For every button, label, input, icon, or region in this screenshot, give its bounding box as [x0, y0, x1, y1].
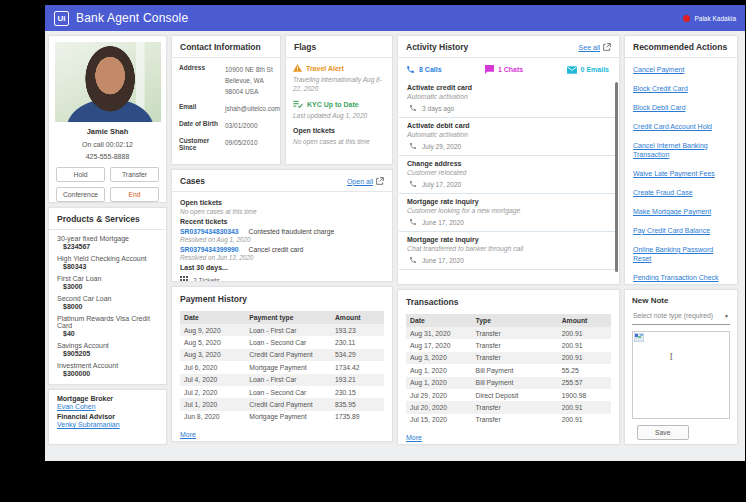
product-value: $3000 [57, 283, 158, 290]
table-row[interactable]: Jun 8, 2020Mortgage Payment1735.89 [180, 411, 384, 423]
external-link-icon[interactable] [376, 177, 384, 185]
action-online-banking-password-reset[interactable]: Online Banking Password Reset [633, 245, 729, 264]
action-cancel-payment[interactable]: Cancel Payment [633, 65, 729, 74]
ticket-id-link[interactable]: SR0379434830343 [180, 228, 239, 235]
col-header: Date [406, 317, 472, 324]
action-pay-credit-card-balance[interactable]: Pay Credit Card Balance [633, 226, 729, 235]
activity-item[interactable]: Mortgage rate inquiry Customer looking f… [399, 194, 618, 232]
call-controls: Hold Transfer Conference End [49, 160, 166, 202]
tickets-grid-icon [180, 276, 188, 282]
table-row[interactable]: Jul 15, 2020Transfer200.91 [406, 414, 611, 426]
table-row[interactable]: Aug 3, 2020Credit Card Payment534.29 [180, 349, 384, 361]
open-all-link[interactable]: Open all [347, 178, 373, 185]
customer-profile-panel: Jamie Shah On call 00:02:12 425-555-8888… [48, 35, 167, 203]
table-row[interactable]: Jul 6, 2020Mortgage Payment1734.42 [180, 361, 384, 373]
activity-item[interactable]: Activate credit card Automatic activatio… [399, 80, 618, 118]
see-all-link[interactable]: See all [579, 44, 600, 51]
ticket-count-text: 2 Tickets [193, 277, 220, 283]
table-row[interactable]: Aug 9, 2020Loan - First Car193.23 [180, 324, 384, 336]
activity-scrollbar[interactable] [615, 82, 618, 272]
broker-link[interactable]: Evan Cohen [57, 403, 96, 410]
phone-icon [409, 180, 417, 188]
table-row[interactable]: Aug 17, 2020Transfer200.91 [406, 339, 611, 351]
phone-icon [409, 256, 417, 264]
phone-icon [409, 142, 417, 150]
recommended-actions-panel: Recommended Actions Cancel Payment Block… [624, 35, 738, 285]
open-tickets-text: No open cases at this time [180, 208, 384, 215]
agent-name: Palak Kadakia [694, 15, 736, 22]
products-services-panel: Products & Services 30-year fixed Mortga… [48, 207, 167, 385]
text-cursor: I [669, 351, 672, 362]
col-header: Amount [558, 317, 611, 324]
table-row[interactable]: Aug 1, 2020Bill Payment55.25 [406, 364, 611, 376]
conference-button[interactable]: Conference [56, 187, 105, 202]
table-row[interactable]: Jul 4, 2020Loan - First Car193.21 [180, 374, 384, 386]
action-make-mortgage-payment[interactable]: Make Mortgage Payment [633, 207, 729, 216]
user-menu[interactable]: Palak Kadakia [683, 15, 736, 22]
table-row[interactable]: Aug 31, 2020Transfer200.91 [406, 327, 611, 339]
product-value: $80343 [57, 263, 158, 270]
action-create-fraud-case[interactable]: Create Fraud Case [633, 188, 729, 197]
activity-item[interactable]: Change address Customer relocated July 1… [399, 156, 618, 194]
table-row[interactable]: Jul 2, 2020Loan - Second Car230.15 [180, 386, 384, 398]
note-textarea[interactable]: I [632, 331, 730, 419]
note-type-select[interactable]: Select note type (required) ▼ [632, 305, 730, 325]
table-row[interactable]: Jul 29, 2020Direct Deposit1900.98 [406, 389, 611, 401]
transactions-more-link[interactable]: More [406, 434, 422, 441]
activity-item-date: June 17, 2020 [422, 257, 464, 264]
action-cancel-internet-banking-transaction[interactable]: Cancel Internet Banking Transaction [633, 141, 729, 160]
activity-item-date: July 29, 2020 [422, 143, 461, 150]
emails-count: 0 Emails [581, 66, 609, 73]
product-item: First Car Loan $3000 [57, 275, 158, 290]
activity-item[interactable]: Mortgage rate inquiry Chat transferred t… [399, 232, 618, 270]
activity-item-date: June 17, 2020 [422, 219, 464, 226]
payment-more-link[interactable]: More [180, 431, 196, 438]
ticket-id-link[interactable]: SR0379434399990 [180, 246, 239, 253]
flags-panel: Flags Travel Alert Traveling internation… [285, 35, 393, 165]
transactions-title: Transactions [398, 290, 619, 312]
action-credit-card-account-hold[interactable]: Credit Card Account Hold [633, 122, 729, 131]
external-link-icon[interactable] [603, 43, 611, 51]
payment-history-table: Date Payment type Amount Aug 9, 2020Loan… [172, 311, 392, 423]
table-header-row: Date Payment type Amount [180, 311, 384, 324]
action-block-debit-card[interactable]: Block Debit Card [633, 103, 729, 112]
save-note-button[interactable]: Save [637, 425, 689, 440]
activity-item-title: Mortgage rate inquiry [407, 198, 604, 205]
app-header: Ui Bank Agent Console Palak Kadakia [45, 5, 745, 31]
product-name: Investment Account [57, 362, 158, 369]
phone-icon [406, 65, 415, 74]
transactions-panel: Transactions Date Type Amount Aug 31, 20… [397, 289, 620, 445]
action-waive-late-payment-fees[interactable]: Waive Late Payment Fees [633, 169, 729, 178]
recommended-title: Recommended Actions [633, 42, 727, 52]
transfer-button[interactable]: Transfer [110, 167, 159, 182]
activity-list: Activate credit card Automatic activatio… [398, 80, 619, 276]
travel-alert-desc: Traveling internationally Aug 8-22, 2020 [293, 75, 385, 93]
new-note-title: New Note [632, 296, 730, 305]
flags-title: Flags [294, 42, 316, 52]
activity-item[interactable]: Activate debit card Automatic activation… [399, 118, 618, 156]
customer-photo [55, 42, 161, 122]
table-row[interactable]: Jul 1, 2020Credit Card Payment835.95 [180, 398, 384, 410]
advisor-role-label: Financial Advisor [57, 413, 158, 420]
table-row[interactable]: Aug 5, 2020Loan - Second Car230.11 [180, 336, 384, 348]
end-call-button[interactable]: End [110, 187, 159, 202]
advisor-link[interactable]: Venky Subramanian [57, 421, 120, 428]
payment-history-panel: Payment History Date Payment type Amount… [171, 286, 393, 442]
product-name: Second Car Loan [57, 295, 158, 302]
dob-label: Date of Birth [179, 120, 225, 131]
product-item: Investment Account $300000 [57, 362, 158, 377]
open-tickets-label: Open tickets [180, 199, 384, 206]
phone-icon [409, 218, 417, 226]
email-icon [567, 66, 577, 74]
action-block-credit-card[interactable]: Block Credit Card [633, 84, 729, 93]
flags-open-tickets-label: Open tickets [293, 127, 385, 134]
activity-history-panel: Activity History See all 8 Calls [397, 35, 620, 285]
table-row[interactable]: Aug 1, 2020Bill Payment255.57 [406, 377, 611, 389]
table-row[interactable]: Aug 3, 2020Transfer200.91 [406, 352, 611, 364]
hold-button[interactable]: Hold [56, 167, 105, 182]
table-row[interactable]: Jul 20, 2020Transfer200.91 [406, 401, 611, 413]
product-value: $8000 [57, 303, 158, 310]
product-item: Second Car Loan $8000 [57, 295, 158, 310]
action-pending-transaction-check[interactable]: Pending Transaction Check [633, 273, 729, 282]
cases-panel: Cases Open all Open tickets No open case… [171, 169, 393, 282]
